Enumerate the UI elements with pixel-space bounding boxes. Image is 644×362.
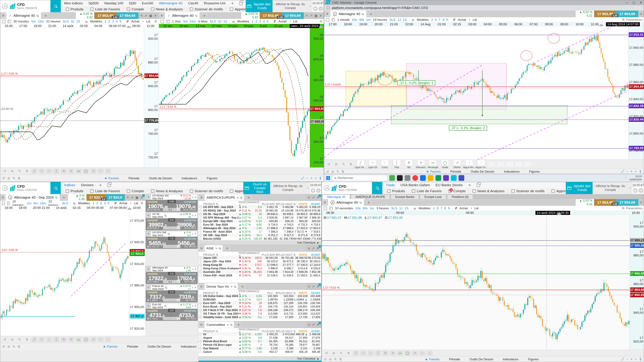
ticket-drag-icon[interactable]: ≡ xyxy=(192,268,194,271)
tool-icon-3[interactable]: │ xyxy=(54,169,60,174)
buy-cell[interactable]: 8 273,8 xyxy=(308,234,320,237)
drag-handle-icon[interactable]: ≡ xyxy=(308,285,310,288)
trade-mode-label[interactable]: Achat xyxy=(278,20,286,23)
order-ticket-us-spx-500[interactable]: ≡US SPX 500Sep 2024▲ 0 %0,5≡✕VENDREACHET… xyxy=(146,231,198,249)
chart-plot-area[interactable]: -1,8 / -0,01 % xyxy=(0,210,129,336)
expand-icon[interactable]: ↗ xyxy=(312,246,314,250)
watchlist-row-uk-100-sep-2024[interactable]: ⋮UK 100 - Sep 2024▲ 0,18 %15,18 251,28 3… xyxy=(198,233,321,237)
sell-cell[interactable]: 4 731,5 xyxy=(294,223,308,226)
models-label[interactable]: Modèles xyxy=(418,206,430,210)
status-left-icon-3[interactable]: ⇅ xyxy=(18,344,20,348)
link-label[interactable]: Lié xyxy=(134,201,138,205)
taskbar-app-icon-0[interactable] xyxy=(389,175,395,181)
row-options-icon[interactable]: ⋮ xyxy=(199,274,202,277)
timeframe-label[interactable]: 1 minute xyxy=(337,18,350,22)
range-label[interactable]: 21 heures xyxy=(46,20,60,23)
ticket-close-icon[interactable]: ✕ xyxy=(194,304,196,307)
price-axis[interactable]: 17,900.0017,880.0017,860.0017,840.0017,8… xyxy=(628,26,644,159)
watchlist-row-cuivre[interactable]: ⋮Cuivre▲ 0,08 %3,5402,17406,97405,18405,… xyxy=(198,350,321,354)
status-left-icon-2[interactable]: ✎ xyxy=(334,357,337,361)
instrument-search-icon[interactable] xyxy=(55,197,57,198)
search-button[interactable] xyxy=(50,0,61,12)
add-funds-button[interactable]: Ajouter des Fonds xyxy=(566,182,592,194)
model-slot-3[interactable]: 3 xyxy=(112,20,114,23)
buy-cell[interactable]: 27,875 xyxy=(308,336,320,339)
status-tab-outils-de-dessin[interactable]: Outils De Dessin xyxy=(143,345,176,348)
popout-icon[interactable]: ▣ xyxy=(135,196,138,199)
buy-cell[interactable]: 17,825 xyxy=(308,315,320,319)
status-tab-figures[interactable]: Figures xyxy=(524,170,544,173)
tool-icon-2[interactable]: ↑ xyxy=(368,350,374,356)
menu-item-produits[interactable]: Produits xyxy=(62,6,87,12)
expand-icon[interactable]: ↗ xyxy=(312,196,314,199)
watchlist-row-australie-200[interactable]: ⋮Australie 200▼ 0,44 %35,4157 843,387 91… xyxy=(198,270,321,274)
row-options-icon[interactable]: ⋮ xyxy=(199,333,202,336)
buy-cell[interactable]: 2,159 xyxy=(308,347,320,350)
col-plus-haut[interactable]: PLUS HAUT ⇅ xyxy=(278,202,294,206)
tool-icon-1[interactable]: ─ xyxy=(39,169,45,174)
ticket-search-icon[interactable] xyxy=(168,233,170,235)
tool-ligne-de[interactable]: ╱Ligne De ... xyxy=(355,160,366,169)
status-left-icon-2[interactable]: ✎ xyxy=(12,344,16,348)
menu-item-liste-de-favoris[interactable]: Liste de Favoris xyxy=(408,188,445,194)
status-left-icon-3[interactable]: ⇅ xyxy=(339,357,342,361)
zoom-control-2[interactable]: + xyxy=(310,176,312,180)
duplicate-layout-icon[interactable] xyxy=(239,1,243,5)
status-tab-indicateurs[interactable]: Indicateurs xyxy=(177,176,202,180)
ticket-drag-icon[interactable]: ≡ xyxy=(192,286,194,289)
trade-mode-label[interactable]: Achat xyxy=(119,201,128,205)
instrument-tab[interactable]: 4Allemagne 40 xyxy=(328,199,364,206)
ticket-search-icon[interactable] xyxy=(164,305,166,307)
account-tab-trade[interactable]: Trade xyxy=(386,183,395,187)
tool-icon-8[interactable]: ↗ xyxy=(412,350,418,356)
timeframe-label[interactable]: 10 secondes xyxy=(335,206,353,210)
grid-layout-icon[interactable] xyxy=(166,20,170,23)
sell-cell[interactable]: 5 455,53 xyxy=(294,205,308,209)
buy-cell[interactable]: 1,10069 xyxy=(308,298,320,301)
info-icon[interactable]: i xyxy=(314,7,317,11)
ticket-drag-icon[interactable]: ≡ xyxy=(192,196,194,199)
status-tab-favoris[interactable]: ★Favoris xyxy=(98,345,122,348)
tool-ligne-s-r[interactable]: ─Ligne S/r xyxy=(367,160,378,169)
zoom-control-1[interactable]: − xyxy=(626,170,628,174)
menu-item-liste-de-favoris[interactable]: Liste de Favoris xyxy=(87,6,123,12)
row-options-icon[interactable]: ⋮ xyxy=(199,350,202,353)
quantity-badge[interactable]: 2,0 xyxy=(168,309,175,312)
ticket-drag-icon[interactable]: ≡ xyxy=(192,232,194,235)
status-tab-indicateurs[interactable]: Indicateurs xyxy=(176,345,201,348)
watchlist-row-hong-kong-50[interactable]: ⋮Hong Kong 50▼ 1 %173,717 048,517 277,71… xyxy=(198,263,321,267)
buy-cell[interactable]: 17 924,0 xyxy=(308,227,320,230)
zoom-control-3[interactable]: ÷ xyxy=(315,176,316,180)
taskbar-search[interactable]: Rechercher xyxy=(332,175,387,181)
add-watchlist-tab-button[interactable]: + xyxy=(231,1,234,6)
taskbar-app-icon-2[interactable] xyxy=(405,175,410,181)
expand-icon[interactable]: ↗ xyxy=(310,14,312,18)
duplicate-layout-icon[interactable] xyxy=(107,183,111,187)
tool-icon-6[interactable]: ▭ xyxy=(397,350,403,356)
price-axis[interactable]: 17 970,0017 940,0017 910,0017 880,0017 8… xyxy=(129,210,145,336)
watchlist-row-europe-600-sep-2024[interactable]: ⋮Europe 600 - Sep 2024▲ 0,02 %0,15503,80… xyxy=(198,219,321,223)
buy-cell[interactable]: 81,541 xyxy=(308,340,320,343)
sell-cell[interactable]: 78,877 xyxy=(294,343,308,346)
watchlist-search-icon[interactable] xyxy=(240,197,242,198)
spread-dropdown[interactable]: 0,1⌄ xyxy=(163,208,180,211)
ticket-search-icon[interactable] xyxy=(164,214,166,216)
model-slot-1[interactable]: 1 xyxy=(104,20,106,23)
model-slot-4[interactable]: 4 xyxy=(116,20,118,23)
duplicate-layout-icon[interactable] xyxy=(477,183,480,187)
col-plus-haut[interactable]: PLUS HAUT ⇅ xyxy=(278,291,294,295)
row-options-icon[interactable]: ⋮ xyxy=(199,227,202,230)
account-tab-sp500[interactable]: Sp500 xyxy=(88,1,99,5)
add-watchlist-button[interactable]: + xyxy=(244,194,253,201)
watchlist-row-japon-225[interactable]: ⋮Japon 225▼ 0,44 %162,536 041,5036 701,0… xyxy=(198,256,321,260)
status-left-icon-0[interactable]: ↺ xyxy=(324,357,326,361)
panel-menu-icon[interactable]: ≡ xyxy=(322,199,328,206)
scroll-position-marker[interactable] xyxy=(128,207,131,210)
list-view-icon[interactable] xyxy=(2,202,5,205)
range-label[interactable]: 5 Mois xyxy=(198,20,208,23)
sell-cell[interactable]: 405,18 xyxy=(294,350,308,353)
range-button-1J[interactable]: 1J xyxy=(399,206,402,210)
col-plus-bas[interactable]: PLUS BAS ⇅ xyxy=(262,253,278,256)
tool-icon-5[interactable]: ≡ xyxy=(68,337,74,342)
add-watchlist-tab-button[interactable]: + xyxy=(468,183,471,188)
